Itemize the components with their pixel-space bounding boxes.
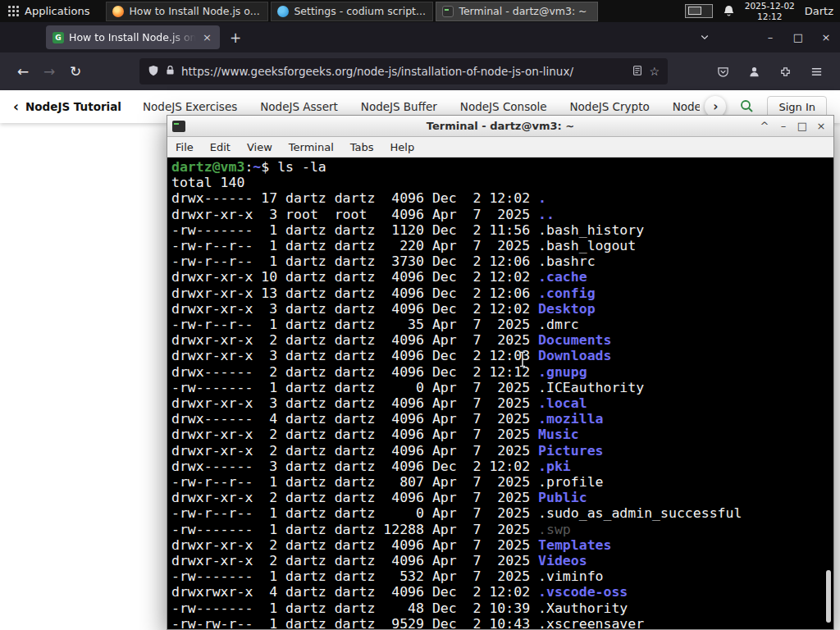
new-tab-button[interactable]: + [230, 31, 241, 45]
terminal-line: -rw------- 1 dartz dartz 532 Apr 7 2025 … [171, 568, 833, 584]
terminal-line: -rw-r--r-- 1 dartz dartz 807 Apr 7 2025 … [171, 474, 833, 490]
terminal-maximize-button[interactable]: □ [794, 118, 810, 134]
tab-close-icon[interactable]: × [201, 31, 213, 43]
applications-grid-icon [8, 6, 19, 16]
list-all-tabs-icon[interactable] [692, 30, 717, 45]
terminal-line: drwxr-xr-x 3 dartz dartz 4096 Apr 7 2025… [171, 395, 833, 411]
nav-link-nodejs-console[interactable]: NodeJS Console [460, 100, 547, 113]
panel-tray: 2025-12-02 12:12 Dartz [685, 0, 840, 22]
taskbar-window-list: How to Install Node.js o... Settings - c… [106, 0, 600, 22]
nav-link-nodejs-dns[interactable]: NodeJS DNS [673, 100, 701, 113]
terminal-line: -rw------- 1 dartz dartz 12288 Apr 7 202… [171, 522, 833, 537]
nav-link-nodejs-exercises[interactable]: NodeJS Exercises [143, 100, 237, 113]
workspace-mini-window [688, 7, 701, 15]
menu-hamburger-icon[interactable] [802, 58, 830, 84]
browser-tab[interactable]: G How to Install Node.js on × [46, 25, 220, 49]
terminal-line: -rw-r--r-- 1 dartz dartz 35 Apr 7 2025 .… [171, 317, 833, 332]
tracking-shield-icon[interactable] [148, 65, 159, 79]
terminal-line: drwx------ 2 dartz dartz 4096 Dec 2 12:1… [171, 364, 833, 380]
browser-navigation-toolbar: ← → ↻ https://www.geeksforgeeks.org/node… [0, 52, 840, 90]
terminal-icon [172, 121, 185, 132]
terminal-minimize-button[interactable]: – [775, 118, 792, 134]
tab-title: How to Install Node.js on [69, 31, 196, 43]
terminal-line: drwx------ 4 dartz dartz 4096 Apr 7 2025… [171, 411, 833, 427]
terminal-line: drwxr-xr-x 3 root root 4096 Apr 7 2025 .… [171, 207, 833, 222]
reader-mode-icon[interactable] [632, 65, 643, 79]
codium-icon [277, 6, 289, 17]
search-icon[interactable] [739, 98, 754, 116]
notification-bell-icon[interactable] [723, 0, 735, 25]
menu-terminal[interactable]: Terminal [281, 141, 342, 153]
menu-tabs[interactable]: Tabs [342, 141, 382, 153]
terminal-line: drwxrwxr-x 4 dartz dartz 4096 Dec 2 12:0… [171, 584, 833, 600]
toolbar-action-icons [709, 58, 830, 84]
menu-help[interactable]: Help [382, 141, 423, 153]
window-controls: – □ × [692, 22, 840, 52]
terminal-window: Terminal - dartz@vm3: ~ ^ – □ × File Edi… [167, 115, 834, 630]
terminal-close-button[interactable]: × [813, 118, 829, 134]
nav-links: NodeJS Exercises NodeJS Assert NodeJS Bu… [143, 100, 700, 113]
site-favicon: G [52, 32, 64, 43]
terminal-line: dartz@vm3:~$ ls -la [171, 159, 833, 175]
terminal-line: drwxr-xr-x 3 dartz dartz 4096 Dec 2 12:0… [171, 348, 833, 363]
browser-close-button[interactable]: × [812, 22, 840, 52]
browser-maximize-button[interactable]: □ [784, 22, 812, 52]
taskbar-window-label: How to Install Node.js o... [129, 5, 259, 17]
chevron-left-icon: ‹ [13, 100, 19, 114]
terminal-line: -rw-r--r-- 1 dartz dartz 220 Apr 7 2025 … [171, 238, 833, 253]
terminal-line: drwxr-xr-x 2 dartz dartz 4096 Apr 7 2025… [171, 537, 833, 553]
terminal-line: drwxr-xr-x 2 dartz dartz 4096 Apr 7 2025… [171, 427, 833, 442]
applications-label: Applications [25, 5, 89, 17]
menu-view[interactable]: View [239, 141, 281, 153]
terminal-output[interactable]: dartz@vm3:~$ ls -latotal 140drwx------ 1… [167, 158, 833, 629]
taskbar-window-terminal[interactable]: Terminal - dartz@vm3: ~ [436, 2, 598, 21]
menu-edit[interactable]: Edit [202, 141, 239, 153]
account-icon[interactable] [740, 58, 768, 84]
url-text: https://www.geeksforgeeks.org/node-js/in… [181, 65, 626, 78]
taskbar-window-label: Settings - codium script... [294, 5, 425, 17]
panel-clock[interactable]: 2025-12-02 12:12 [745, 1, 795, 21]
terminal-line: total 140 [171, 175, 833, 190]
firefox-icon [112, 6, 124, 17]
terminal-line: -rw------- 1 dartz dartz 1120 Dec 2 11:5… [171, 222, 833, 238]
user-menu[interactable]: Dartz [805, 5, 833, 17]
terminal-line: -rw-r--r-- 1 dartz dartz 0 Apr 7 2025 .s… [171, 505, 833, 521]
terminal-line: drwxr-xr-x 2 dartz dartz 4096 Apr 7 2025… [171, 490, 833, 505]
terminal-line: -rw------- 1 dartz dartz 48 Dec 2 10:39 … [171, 600, 833, 616]
text-cursor [518, 351, 527, 371]
clock-time: 12:12 [745, 11, 795, 22]
terminal-titlebar[interactable]: Terminal - dartz@vm3: ~ ^ – □ × [167, 116, 833, 137]
url-bar[interactable]: https://www.geeksforgeeks.org/node-js/in… [139, 58, 668, 84]
terminal-lines: dartz@vm3:~$ ls -latotal 140drwx------ 1… [171, 159, 833, 629]
reload-button[interactable]: ↻ [62, 58, 89, 84]
terminal-line: drwxr-xr-x 13 dartz dartz 4096 Dec 2 12:… [171, 285, 833, 301]
terminal-line: drwxr-xr-x 2 dartz dartz 4096 Apr 7 2025… [171, 443, 833, 459]
menu-file[interactable]: File [167, 141, 202, 153]
back-button[interactable]: ← [10, 58, 36, 84]
terminal-line: drwxr-xr-x 2 dartz dartz 4096 Apr 7 2025… [171, 553, 833, 568]
forward-button[interactable]: → [36, 58, 62, 84]
pocket-icon[interactable] [709, 58, 737, 84]
terminal-scrollbar[interactable] [826, 570, 831, 623]
terminal-title: Terminal - dartz@vm3: ~ [167, 120, 833, 132]
nav-current-section[interactable]: ‹ NodeJS Tutorial [13, 100, 121, 114]
nav-link-nodejs-buffer[interactable]: NodeJS Buffer [361, 100, 437, 113]
bookmark-star-icon[interactable]: ☆ [649, 65, 660, 78]
workspace-pager[interactable] [685, 4, 713, 18]
terminal-line: drwxr-xr-x 10 dartz dartz 4096 Dec 2 12:… [171, 269, 833, 285]
terminal-line: drwxr-xr-x 2 dartz dartz 4096 Apr 7 2025… [171, 332, 833, 348]
terminal-line: drwxr-xr-x 3 dartz dartz 4096 Dec 2 12:0… [171, 301, 833, 317]
terminal-shade-button[interactable]: ^ [756, 118, 773, 134]
terminal-line: drwx------ 3 dartz dartz 4096 Dec 2 12:0… [171, 459, 833, 474]
taskbar-window-codium[interactable]: Settings - codium script... [271, 2, 433, 21]
terminal-line: -rw------- 1 dartz dartz 0 Apr 7 2025 .I… [171, 380, 833, 395]
browser-minimize-button[interactable]: – [756, 22, 784, 52]
terminal-icon [442, 6, 454, 17]
clock-date: 2025-12-02 [745, 1, 795, 11]
nav-link-nodejs-assert[interactable]: NodeJS Assert [260, 100, 338, 113]
extensions-puzzle-icon[interactable] [771, 58, 799, 84]
desktop-panel: Applications How to Install Node.js o...… [0, 0, 840, 22]
applications-menu-button[interactable]: Applications [0, 0, 98, 22]
nav-link-nodejs-crypto[interactable]: NodeJS Crypto [570, 100, 650, 113]
taskbar-window-firefox[interactable]: How to Install Node.js o... [106, 2, 268, 21]
